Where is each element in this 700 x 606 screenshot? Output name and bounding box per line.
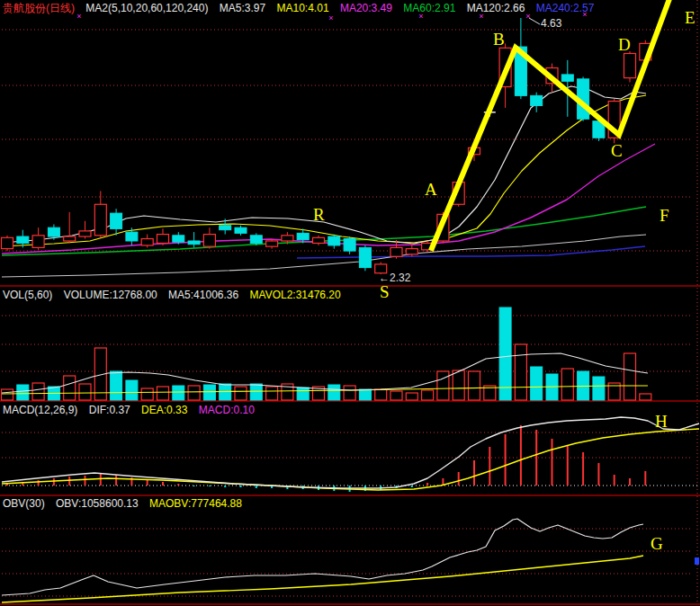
label-letter-C: C [611, 141, 623, 160]
label-letter-A: A [425, 180, 437, 199]
ma10-value: MA10:4.01 [277, 2, 329, 14]
ma20-value: MA20:3.49 [340, 2, 392, 14]
ma60-value: MA60:2.91 [403, 2, 455, 14]
label-letter-R: R [313, 205, 325, 224]
label-letter-D: D [618, 35, 631, 54]
obv-value: OBV:1058600.13 [56, 497, 139, 510]
right-edge-blue-marker [695, 557, 699, 565]
macd-value: MACD:0.10 [199, 404, 255, 416]
obv-panel-header: OBV(30) OBV:1058600.13 MAOBV:777464.88 [3, 497, 250, 510]
label-letter-S: S [380, 282, 390, 301]
ma240-value: MA240:2.57 [536, 2, 595, 14]
dea-value: DEA:0.33 [141, 404, 187, 416]
vol-mavol2-value: MAVOL2:31476.20 [250, 289, 341, 301]
gridlines-layer [2, 0, 699, 604]
main-chart-header: 贵航股份(日线) MA2(5,10,20,60,120,240) MA5:3.9… [3, 2, 602, 14]
ma5-value: MA5:3.97 [220, 2, 265, 14]
ma-params-label: MA2(5,10,20,60,120,240) [85, 2, 208, 14]
ma120-value: MA120:2.66 [467, 2, 525, 14]
macd-panel-header: MACD(12,26,9) DIF:0.37 DEA:0.33 MACD:0.1… [3, 404, 263, 416]
label-letter-G: G [651, 534, 663, 553]
chart-canvas[interactable]: ABCDEFRSGH4.63←2.32×××××× [0, 0, 700, 606]
moving-averages-layer [2, 86, 655, 277]
panel-separators [0, 286, 700, 604]
maobv-value: MAOBV:777464.88 [149, 497, 242, 510]
trendline-abcde [432, 0, 670, 248]
event-x-marker: × [328, 13, 333, 22]
stock-chart-window: ABCDEFRSGH4.63←2.32×××××× 贵航股份(日线) MA2(5… [0, 0, 700, 606]
volume-panel-header: VOL(5,60) VOLUME:12768.00 MA5:41006.36 M… [3, 289, 349, 301]
vol-ma5-value: MA5:41006.36 [168, 289, 238, 301]
label-letter-B: B [493, 30, 505, 49]
low-price-annotation: ←2.32 [379, 272, 411, 284]
volume-layer [2, 307, 651, 400]
obv-layer [2, 519, 643, 602]
label-letter-E: E [685, 8, 696, 27]
dif-value: DIF:0.37 [89, 404, 130, 416]
stock-title: 贵航股份(日线) [3, 2, 75, 14]
vol-indicator-label: VOL(5,60) [3, 289, 52, 301]
high-price-annotation: 4.63 [541, 17, 562, 30]
candles-layer [2, 18, 651, 274]
macd-indicator-label: MACD(12,26,9) [3, 404, 77, 416]
macd-layer [2, 417, 699, 492]
obv-indicator-label: OBV(30) [3, 497, 45, 510]
label-letter-H: H [655, 412, 668, 431]
label-letter-F: F [660, 206, 669, 225]
volume-value: VOLUME:12768.00 [64, 289, 157, 301]
